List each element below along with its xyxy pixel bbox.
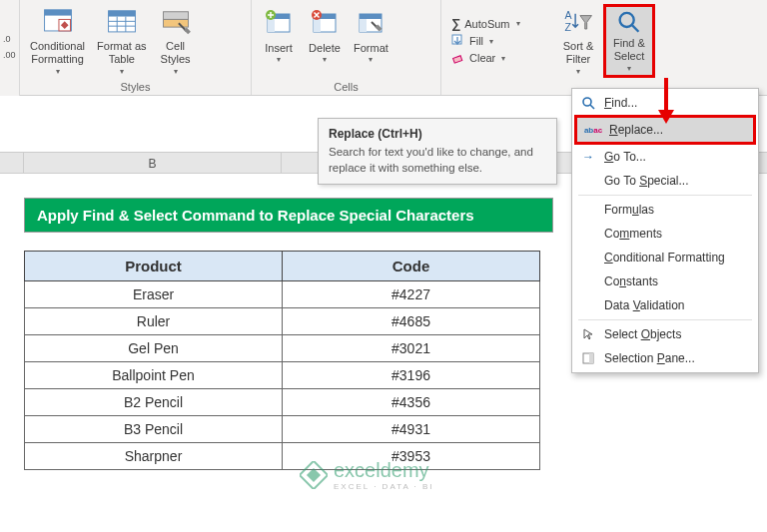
decrease-decimal-icon[interactable]: .00 xyxy=(3,50,16,60)
format-icon xyxy=(354,6,387,40)
th-code[interactable]: Code xyxy=(283,252,540,281)
cell-product[interactable]: Gel Pen xyxy=(25,335,283,362)
table-row[interactable]: Ballpoint Pen#3196 xyxy=(25,362,540,389)
pane-icon xyxy=(580,350,596,366)
menu-selection-pane[interactable]: Selection Pane... xyxy=(572,346,758,370)
data-table: Product Code Eraser#4227Ruler#4685Gel Pe… xyxy=(24,251,540,470)
col-b-header[interactable]: B xyxy=(24,153,282,173)
ribbon-group-styles: ConditionalFormatting▾ Format asTable▾ C… xyxy=(20,0,252,95)
table-row[interactable]: B3 Pencil#4931 xyxy=(25,416,540,443)
search-icon xyxy=(580,95,596,111)
menu-separator xyxy=(578,319,752,320)
tooltip-title: Replace (Ctrl+H) xyxy=(329,127,546,141)
table-row[interactable]: Gel Pen#3021 xyxy=(25,335,540,362)
ribbon-group-editing: ∑AutoSum▾ Fill▾ Clear▾ AZ Sort &Filter▾ … xyxy=(441,0,767,95)
menu-constants[interactable]: Constants xyxy=(572,269,758,293)
cell-product[interactable]: B2 Pencil xyxy=(25,389,283,416)
magnifier-icon xyxy=(612,9,646,36)
menu-select-objects[interactable]: Select Objects xyxy=(572,322,758,346)
table-row[interactable]: Eraser#4227 xyxy=(25,281,540,308)
svg-point-30 xyxy=(583,98,591,106)
cell-product[interactable]: Eraser xyxy=(25,281,283,308)
menu-data-validation[interactable]: Data Validation xyxy=(572,293,758,317)
editing-small-stack: ∑AutoSum▾ Fill▾ Clear▾ xyxy=(445,13,555,68)
th-product[interactable]: Product xyxy=(25,252,283,281)
svg-rect-10 xyxy=(163,19,188,27)
menu-goto[interactable]: → Go To... xyxy=(572,145,758,169)
replace-tooltip: Replace (Ctrl+H) Search for text you'd l… xyxy=(318,118,557,185)
menu-conditional-formatting[interactable]: Conditional Formatting xyxy=(572,246,758,269)
clear-button[interactable]: Clear▾ xyxy=(449,50,551,66)
svg-rect-4 xyxy=(108,10,135,16)
svg-rect-9 xyxy=(163,11,188,19)
watermark: exceldemy EXCEL · DATA · BI xyxy=(300,459,434,491)
svg-rect-1 xyxy=(44,9,71,15)
find-select-button[interactable]: Find &Select▾ xyxy=(603,4,655,78)
menu-comments[interactable]: Comments xyxy=(572,222,758,246)
table-row[interactable]: Ruler#4685 xyxy=(25,308,540,335)
delete-button[interactable]: Delete▾ xyxy=(302,4,348,78)
conditional-formatting-icon xyxy=(41,6,75,39)
format-as-table-button[interactable]: Format asTable▾ xyxy=(91,4,153,78)
sort-filter-button[interactable]: AZ Sort &Filter▾ xyxy=(555,4,601,78)
cells-group-label: Cells xyxy=(256,79,436,95)
menu-separator xyxy=(578,195,752,196)
sheet-title-cell[interactable]: Apply Find & Select Command to Replace S… xyxy=(24,198,553,233)
cell-code[interactable]: #4931 xyxy=(283,416,540,443)
svg-rect-18 xyxy=(314,19,321,32)
cell-styles-button[interactable]: CellStyles▾ xyxy=(153,4,199,78)
ribbon: ConditionalFormatting▾ Format asTable▾ C… xyxy=(0,0,767,96)
svg-rect-14 xyxy=(268,19,275,32)
svg-rect-21 xyxy=(360,14,382,19)
cell-code[interactable]: #4227 xyxy=(283,281,540,308)
svg-rect-34 xyxy=(307,468,321,482)
svg-text:Z: Z xyxy=(565,20,572,32)
cursor-icon xyxy=(580,326,596,342)
cell-product[interactable]: B3 Pencil xyxy=(25,416,283,443)
format-as-table-icon xyxy=(105,6,139,39)
cell-product[interactable]: Ballpoint Pen xyxy=(25,362,283,389)
watermark-icon xyxy=(300,461,328,489)
tooltip-body: Search for text you'd like to change, an… xyxy=(329,145,546,176)
fill-icon xyxy=(451,34,465,48)
format-button[interactable]: Format▾ xyxy=(348,4,394,78)
delete-icon xyxy=(308,6,342,40)
cell-styles-icon xyxy=(159,6,193,39)
replace-icon: abac xyxy=(585,122,601,138)
svg-point-28 xyxy=(620,12,634,26)
increase-decimal-icon[interactable]: .0 xyxy=(3,34,11,44)
insert-icon xyxy=(262,6,296,40)
find-select-menu: Find... abac Replace... → Go To... Go To… xyxy=(571,88,759,373)
menu-formulas[interactable]: Formulas xyxy=(572,198,758,222)
goto-arrow-icon: → xyxy=(580,149,596,165)
conditional-formatting-button[interactable]: ConditionalFormatting▾ xyxy=(24,4,91,78)
menu-goto-special[interactable]: Go To Special... xyxy=(572,169,758,193)
cell-code[interactable]: #3021 xyxy=(283,335,540,362)
table-row[interactable]: B2 Pencil#4356 xyxy=(25,389,540,416)
sigma-icon: ∑ xyxy=(451,16,460,31)
svg-rect-32 xyxy=(589,353,593,363)
insert-button[interactable]: Insert▾ xyxy=(256,4,302,78)
cell-code[interactable]: #4685 xyxy=(283,308,540,335)
number-format-stub: .0 .00 xyxy=(0,0,20,96)
eraser-icon xyxy=(451,51,465,65)
cell-product[interactable]: Ruler xyxy=(25,308,283,335)
red-arrow-annotation xyxy=(655,78,677,126)
cell-code[interactable]: #3196 xyxy=(283,362,540,389)
ribbon-group-cells: Insert▾ Delete▾ Format▾ Cells xyxy=(252,0,441,95)
cell-code[interactable]: #4356 xyxy=(283,389,540,416)
cell-product[interactable]: Sharpner xyxy=(25,443,283,470)
svg-rect-25 xyxy=(453,56,462,63)
autosum-button[interactable]: ∑AutoSum▾ xyxy=(449,15,551,32)
table-row[interactable]: Sharpner#3953 xyxy=(25,443,540,470)
svg-text:A: A xyxy=(565,9,573,21)
fill-button[interactable]: Fill▾ xyxy=(449,33,551,49)
sort-filter-icon: AZ xyxy=(561,6,595,39)
styles-group-label: Styles xyxy=(24,79,247,95)
svg-rect-22 xyxy=(360,19,367,32)
